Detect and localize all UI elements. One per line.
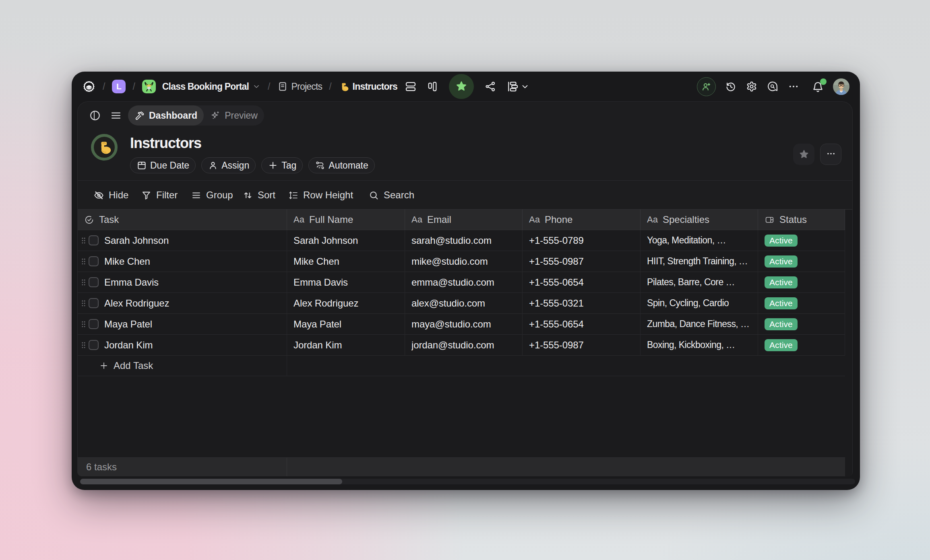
- cell-specialties[interactable]: Pilates, Barre, Core …: [641, 272, 758, 293]
- cell-specialties[interactable]: Spin, Cycling, Cardio: [641, 293, 758, 314]
- table-row[interactable]: Maya PatelMaya Patelmaya@studio.com+1-55…: [78, 314, 852, 335]
- status-badge[interactable]: Active: [765, 297, 798, 309]
- workspace-avatar[interactable]: L: [112, 80, 126, 93]
- filter-button[interactable]: Filter: [141, 181, 178, 210]
- row-checkbox[interactable]: [89, 256, 99, 266]
- table-row[interactable]: Emma DavisEmma Davisemma@studio.com+1-55…: [78, 272, 852, 293]
- breadcrumb-portal[interactable]: Class Booking Portal: [162, 81, 249, 92]
- add-task-button[interactable]: Add Task: [78, 356, 287, 376]
- assign-button[interactable]: Assign: [201, 157, 256, 173]
- cell-full_name[interactable]: Maya Patel: [287, 314, 405, 335]
- tab-preview[interactable]: Preview: [204, 105, 264, 126]
- cell-full_name[interactable]: Alex Rodriguez: [287, 293, 405, 314]
- app-logo[interactable]: [82, 80, 96, 93]
- cell-task[interactable]: Jordan Kim: [78, 335, 287, 356]
- sort-button[interactable]: Sort: [242, 181, 275, 210]
- invite-member-button[interactable]: [697, 77, 716, 96]
- status-badge[interactable]: Active: [765, 276, 798, 288]
- row-checkbox[interactable]: [89, 319, 99, 329]
- status-badge[interactable]: Active: [765, 339, 798, 351]
- cell-specialties[interactable]: Zumba, Dance Fitness, …: [641, 314, 758, 335]
- cell-status[interactable]: Active: [758, 230, 845, 251]
- row-height-button[interactable]: Row Height: [288, 181, 353, 210]
- more-button[interactable]: [787, 80, 800, 93]
- cell-specialties[interactable]: Yoga, Meditation, …: [641, 230, 758, 251]
- table-row[interactable]: Sarah JohnsonSarah Johnsonsarah@studio.c…: [78, 230, 852, 251]
- table-row[interactable]: Alex RodriguezAlex Rodriguezalex@studio.…: [78, 293, 852, 314]
- group-button[interactable]: Group: [191, 181, 233, 210]
- breadcrumb-portal-icon[interactable]: [142, 80, 156, 93]
- layout-menu-button[interactable]: [506, 80, 529, 93]
- scrollbar-thumb[interactable]: [80, 479, 342, 484]
- columns-view-button[interactable]: [426, 80, 438, 93]
- table-row[interactable]: Mike ChenMike Chenmike@studio.com+1-555-…: [78, 251, 852, 272]
- cell-phone[interactable]: +1-555-0987: [523, 335, 641, 356]
- cell-status[interactable]: Active: [758, 272, 845, 293]
- menu-button[interactable]: [110, 109, 122, 121]
- cell-email[interactable]: jordan@studio.com: [405, 335, 523, 356]
- cell-phone[interactable]: +1-555-0654: [523, 314, 641, 335]
- row-checkbox[interactable]: [89, 277, 99, 287]
- breadcrumb-projects[interactable]: Projects: [291, 81, 322, 92]
- status-badge[interactable]: Active: [765, 318, 798, 330]
- add-task-row[interactable]: Add Task: [78, 356, 852, 376]
- horizontal-scrollbar[interactable]: [80, 479, 855, 484]
- favorite-page-button[interactable]: [793, 144, 814, 165]
- cell-status[interactable]: Active: [758, 314, 845, 335]
- row-checkbox[interactable]: [89, 340, 99, 350]
- user-avatar[interactable]: [833, 78, 849, 95]
- cell-email[interactable]: sarah@studio.com: [405, 230, 523, 251]
- search-button[interactable]: Search: [368, 181, 414, 210]
- favorite-button[interactable]: [449, 74, 474, 99]
- tab-dashboard[interactable]: Dashboard: [128, 105, 204, 126]
- automate-button[interactable]: Automate: [308, 157, 374, 173]
- cell-full_name[interactable]: Sarah Johnson: [287, 230, 405, 251]
- share-button[interactable]: [484, 80, 496, 93]
- chat-search-button[interactable]: [767, 80, 779, 93]
- cell-task[interactable]: Mike Chen: [78, 251, 287, 272]
- column-header-email[interactable]: AaEmail: [405, 209, 523, 230]
- cell-phone[interactable]: +1-555-0321: [523, 293, 641, 314]
- notifications-button[interactable]: [812, 80, 824, 93]
- cell-status[interactable]: Active: [758, 335, 845, 356]
- column-header-task[interactable]: Task: [78, 209, 287, 230]
- cell-full_name[interactable]: Jordan Kim: [287, 335, 405, 356]
- cell-phone[interactable]: +1-555-0987: [523, 251, 641, 272]
- due-date-button[interactable]: Due Date: [130, 157, 196, 173]
- sidebar-toggle-button[interactable]: [89, 109, 101, 121]
- status-badge[interactable]: Active: [765, 255, 798, 268]
- column-header-phone[interactable]: AaPhone: [523, 209, 641, 230]
- cell-specialties[interactable]: Boxing, Kickboxing, …: [641, 335, 758, 356]
- table-row[interactable]: Jordan KimJordan Kimjordan@studio.com+1-…: [78, 335, 852, 356]
- cell-status[interactable]: Active: [758, 251, 845, 272]
- hide-button[interactable]: Hide: [93, 181, 128, 210]
- cell-specialties[interactable]: HIIT, Strength Training, …: [641, 251, 758, 272]
- column-header-full_name[interactable]: AaFull Name: [287, 209, 405, 230]
- cell-full_name[interactable]: Mike Chen: [287, 251, 405, 272]
- portal-chevron[interactable]: [252, 82, 261, 91]
- cell-task[interactable]: Sarah Johnson: [78, 230, 287, 251]
- cell-email[interactable]: emma@studio.com: [405, 272, 523, 293]
- tag-button[interactable]: Tag: [261, 157, 303, 173]
- cell-status[interactable]: Active: [758, 293, 845, 314]
- breadcrumb-page[interactable]: Instructors: [353, 81, 397, 92]
- cell-phone[interactable]: +1-555-0789: [523, 230, 641, 251]
- cell-phone[interactable]: +1-555-0654: [523, 272, 641, 293]
- cell-email[interactable]: alex@studio.com: [405, 293, 523, 314]
- row-checkbox[interactable]: [89, 298, 99, 308]
- cell-task[interactable]: Maya Patel: [78, 314, 287, 335]
- rows-view-button[interactable]: [405, 80, 417, 93]
- row-checkbox[interactable]: [89, 235, 99, 245]
- settings-button[interactable]: [746, 80, 758, 93]
- column-header-status[interactable]: Status: [758, 209, 845, 230]
- cell-task[interactable]: Emma Davis: [78, 272, 287, 293]
- cell-email[interactable]: maya@studio.com: [405, 314, 523, 335]
- page-emoji-badge[interactable]: [91, 134, 118, 161]
- column-header-specialties[interactable]: AaSpecialties: [641, 209, 758, 230]
- status-badge[interactable]: Active: [765, 235, 798, 247]
- cell-task[interactable]: Alex Rodriguez: [78, 293, 287, 314]
- cell-full_name[interactable]: Emma Davis: [287, 272, 405, 293]
- history-button[interactable]: [725, 80, 737, 93]
- page-more-button[interactable]: [820, 144, 841, 165]
- cell-email[interactable]: mike@studio.com: [405, 251, 523, 272]
